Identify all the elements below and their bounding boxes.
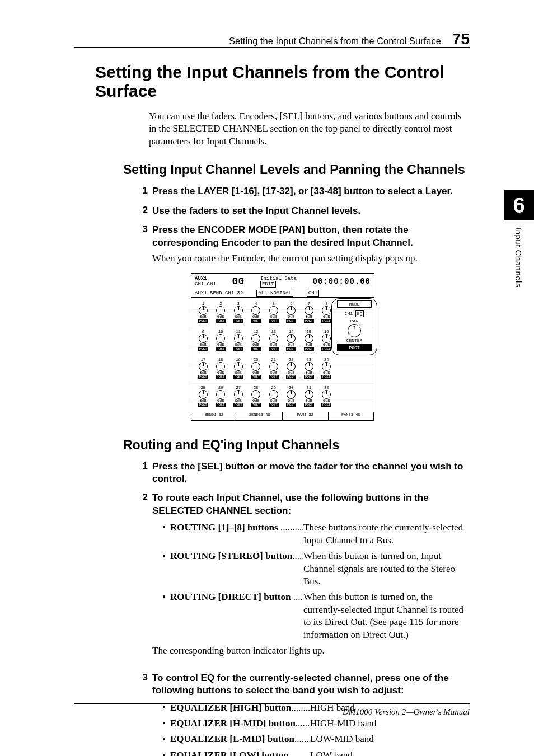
leader-dots: ........... xyxy=(292,551,303,561)
lcd-knob-cell: 60dBPOST xyxy=(283,299,300,326)
step-text: Press the LAYER [1-16], [17-32], or [33-… xyxy=(152,186,453,196)
lcd-screenshot: AUX1 CH1-CH1 00 Initial Data EDIT 00:00:… xyxy=(191,273,374,421)
item-desc: These buttons route the currently-select… xyxy=(303,522,470,547)
leader-dots: ........... xyxy=(291,591,303,602)
lcd-knob-cell: 130dBPOST xyxy=(265,327,282,354)
step-2: 2 To route each Input Channel, use the f… xyxy=(135,492,470,665)
lcd-center-label: CENTER xyxy=(337,338,372,343)
section-title: Setting the Input Channels from the Cont… xyxy=(95,63,470,101)
lcd-knob-cell: 150dBPOST xyxy=(301,327,317,354)
list-item: • ROUTING [1]–[8] buttons ..............… xyxy=(162,522,470,547)
leader-dots: ........... xyxy=(294,734,310,744)
step-number: 1 xyxy=(135,185,152,198)
lcd-knob-cell: 30dBPOST xyxy=(230,299,247,326)
lcd-knob-cell: 280dBPOST xyxy=(248,383,265,410)
item-desc: LOW-MID band xyxy=(310,733,470,745)
step-text: Use the faders to set the Input Channel … xyxy=(152,205,360,216)
item-label: EQUALIZER [LOW] button xyxy=(170,750,289,756)
step-text: Press the [SEL] button or move the fader… xyxy=(152,461,463,484)
page-footer: DM1000 Version 2—Owner's Manual xyxy=(74,703,470,717)
lcd-scene-label: Initial Data xyxy=(260,276,297,281)
lcd-knob-cell: 270dBPOST xyxy=(230,383,247,410)
lcd-edit-badge: EDIT xyxy=(260,281,276,288)
page-header: Setting the Input Channels from the Cont… xyxy=(74,30,470,48)
step-text: Press the ENCODER MODE [PAN] button, the… xyxy=(152,224,413,247)
running-title: Setting the Input Channels from the Cont… xyxy=(229,36,441,46)
lcd-knob-cell: 20dBPOST xyxy=(213,299,229,326)
item-label: ROUTING [STEREO] button xyxy=(170,551,292,561)
step-number: 1 xyxy=(135,461,152,486)
subsection-routing-eq: Routing and EQ'ing Input Channels xyxy=(123,438,470,453)
lcd-tab: PAN1-32 xyxy=(283,412,329,420)
side-tab: 6 Input Channels xyxy=(504,190,534,288)
item-label: EQUALIZER [H-MID] button xyxy=(170,718,296,729)
lcd-knob-cell: 240dBPOST xyxy=(318,355,335,382)
lcd-knob-cell: 230dBPOST xyxy=(301,355,317,382)
lcd-sub-left: AUX1 SEND CH1-32 xyxy=(195,290,243,296)
step-number: 2 xyxy=(135,205,152,217)
lcd-timecode: 00:00:00.00 xyxy=(313,277,371,286)
item-desc: When this button is turned on, the curre… xyxy=(303,591,470,641)
lcd-pan-label: PAN xyxy=(337,318,372,323)
item-label: EQUALIZER [L-MID] button xyxy=(170,734,294,744)
step-text: To control EQ for the currently-selected… xyxy=(152,673,449,696)
lcd-pan-knob xyxy=(348,324,361,337)
lcd-sub-right: CH1 xyxy=(307,290,319,297)
lcd-knob-cell: 250dBPOST xyxy=(195,383,212,410)
leader-dots: .......... xyxy=(296,718,310,729)
lcd-tab: SEND1-32 xyxy=(191,412,237,420)
lcd-channel: CH1-CH1 xyxy=(195,281,216,287)
lcd-knob-cell: 180dBPOST xyxy=(213,355,229,382)
lcd-knob-cell: 300dBPOST xyxy=(283,383,300,410)
item-desc: HIGH-MID band xyxy=(310,717,470,730)
after-note: The corresponding button indicator light… xyxy=(152,645,470,657)
lcd-knob-cell: 10dBPOST xyxy=(195,299,212,326)
lcd-post-badge: POST xyxy=(337,344,372,351)
step-1: 1 Press the [SEL] button or move the fad… xyxy=(135,461,470,486)
step-note: When you rotate the Encoder, the current… xyxy=(152,252,470,265)
list-item: • ROUTING [DIRECT] button ........... Wh… xyxy=(162,591,470,641)
step-number: 2 xyxy=(135,492,152,665)
lcd-knob-cell: 310dBPOST xyxy=(301,383,317,410)
lcd-knob-cell: 260dBPOST xyxy=(213,383,229,410)
intro-paragraph: You can use the faders, Encoders, [SEL] … xyxy=(149,110,470,148)
lcd-knob-cell: 220dBPOST xyxy=(283,355,300,382)
step-1: 1 Press the LAYER [1-16], [17-32], or [3… xyxy=(135,185,470,198)
lcd-knob-cell: 80dBPOST xyxy=(318,299,335,326)
lcd-knob-cell: 120dBPOST xyxy=(248,327,265,354)
step-text: To route each Input Channel, use the fol… xyxy=(152,492,429,515)
item-label: ROUTING [DIRECT] button xyxy=(170,591,291,602)
lcd-knob-cell: 210dBPOST xyxy=(265,355,282,382)
lcd-knob-cell: 100dBPOST xyxy=(213,327,229,354)
item-label: ROUTING [1]–[8] buttons xyxy=(170,522,278,533)
lcd-tabs: SEND1-32 SEND33-48 PAN1-32 PAN33-48 xyxy=(191,412,374,420)
item-desc: LOW band xyxy=(310,749,470,756)
leader-dots: ............... xyxy=(278,522,303,533)
lcd-knob-cell: 140dBPOST xyxy=(283,327,300,354)
routing-list: • ROUTING [1]–[8] buttons ..............… xyxy=(162,522,470,641)
list-item: • EQUALIZER [H-MID] button.......... HIG… xyxy=(162,717,470,730)
lcd-knob-cell: 290dBPOST xyxy=(265,383,282,410)
list-item: • EQUALIZER [LOW] button.............. L… xyxy=(162,749,470,756)
leader-dots: .............. xyxy=(289,750,310,756)
chapter-label: Input Channels xyxy=(514,227,523,288)
lcd-knob-cell: 40dBPOST xyxy=(248,299,265,326)
lcd-knob-cell: 70dBPOST xyxy=(301,299,317,326)
list-item: • ROUTING [STEREO] button........... Whe… xyxy=(162,550,470,588)
lcd-knob-cell: 200dBPOST xyxy=(248,355,265,382)
lcd-knob-cell: 190dBPOST xyxy=(230,355,247,382)
lcd-scene-num: 00 xyxy=(232,276,245,287)
step-number: 3 xyxy=(135,224,152,265)
lcd-right-panel: MODE CH1 EQ PAN CENTER POST xyxy=(337,299,372,353)
lcd-knob-cell: 320dBPOST xyxy=(318,383,335,410)
page-number: 75 xyxy=(452,30,470,48)
chapter-number: 6 xyxy=(504,190,534,220)
lcd-mode-label: MODE xyxy=(337,300,372,308)
lcd-title: AUX1 xyxy=(195,276,207,281)
lcd-right-ch: CH1 xyxy=(345,311,353,316)
list-item: • EQUALIZER [L-MID] button........... LO… xyxy=(162,733,470,745)
lcd-all-nominal: ALL NOMINAL xyxy=(256,290,293,297)
steps-list-1: 1 Press the LAYER [1-16], [17-32], or [3… xyxy=(135,185,470,265)
step-2: 2 Use the faders to set the Input Channe… xyxy=(135,205,470,217)
lcd-tab: SEND33-48 xyxy=(237,412,283,420)
